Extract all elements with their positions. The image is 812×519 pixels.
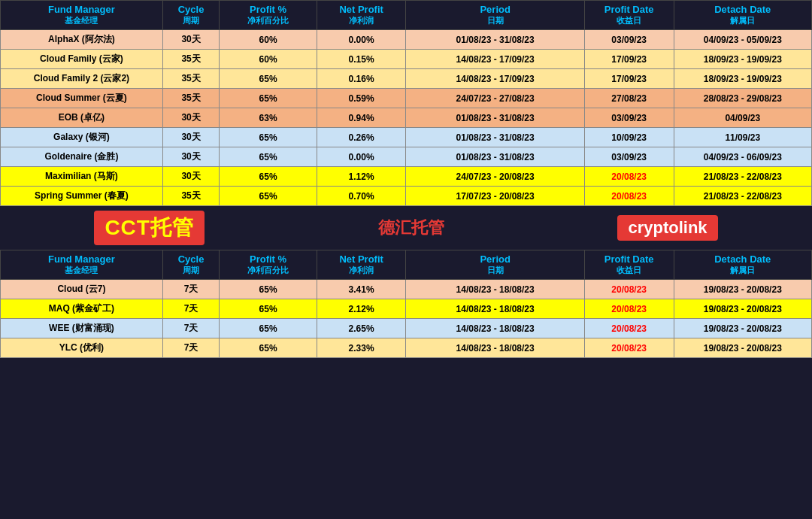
cell-profit: 65% <box>220 338 317 358</box>
cell-period: 14/08/23 - 18/08/23 <box>406 338 584 358</box>
cell-cycle: 35天 <box>162 89 220 108</box>
cell-fund: YLC (优利) <box>1 338 163 358</box>
table-row: Galaxy (银河) 30天 65% 0.26% 01/08/23 - 31/… <box>1 128 812 147</box>
cell-profit: 65% <box>220 147 317 167</box>
cell-cycle: 30天 <box>162 30 220 50</box>
cell-profit: 65% <box>220 69 317 89</box>
header-ddate: Detach Date 解属日 <box>674 1 811 30</box>
cell-cycle: 35天 <box>162 69 220 89</box>
cell-ddate: 21/08/23 - 22/08/23 <box>674 187 811 206</box>
cell-period: 01/08/23 - 31/08/23 <box>406 147 584 167</box>
cell-net: 1.12% <box>317 167 406 187</box>
cell-pdate: 10/09/23 <box>584 128 674 147</box>
cell-cycle: 30天 <box>162 167 220 187</box>
cell-profit: 65% <box>220 187 317 206</box>
header-period: Period 日期 <box>406 1 584 30</box>
table-row: AlphaX (阿尔法) 30天 60% 0.00% 01/08/23 - 31… <box>1 30 812 50</box>
cct-label: CCT托管 <box>94 211 205 245</box>
cell-cycle: 7天 <box>162 319 220 338</box>
cell-cycle: 35天 <box>162 50 220 69</box>
cell-cycle: 30天 <box>162 108 220 128</box>
table-row: Goldenaire (金胜) 30天 65% 0.00% 01/08/23 -… <box>1 147 812 167</box>
bottom-table-section: Fund Manager 基金经理 Cycle 周期 Profit % 净利百分… <box>0 250 812 358</box>
cell-cycle: 7天 <box>162 338 220 358</box>
header-profit: Profit % 净利百分比 <box>220 1 317 30</box>
cell-pdate: 27/08/23 <box>584 89 674 108</box>
table-row: Maximilian (马斯) 30天 65% 1.12% 24/07/23 -… <box>1 167 812 187</box>
table-row: WEE (财富涌现) 7天 65% 2.65% 14/08/23 - 18/08… <box>1 319 812 338</box>
cell-fund: Goldenaire (金胜) <box>1 147 163 167</box>
cell-ddate: 18/09/23 - 19/09/23 <box>674 50 811 69</box>
cell-net: 3.41% <box>317 280 406 299</box>
header-cycle: Cycle 周期 <box>162 1 220 30</box>
cell-pdate: 20/08/23 <box>584 319 674 338</box>
header2-cycle: Cycle 周期 <box>162 250 220 280</box>
dehui-label: 德汇托管 <box>378 217 444 239</box>
cell-pdate: 03/09/23 <box>584 147 674 167</box>
header2-ddate: Detach Date 解属日 <box>674 250 811 280</box>
table-row: EOB (卓亿) 30天 63% 0.94% 01/08/23 - 31/08/… <box>1 108 812 128</box>
cell-period: 01/08/23 - 31/08/23 <box>406 128 584 147</box>
header2-fund: Fund Manager 基金经理 <box>1 250 163 280</box>
cell-profit: 65% <box>220 319 317 338</box>
cell-fund: Cloud Family 2 (云家2) <box>1 69 163 89</box>
cell-fund: Cloud Family (云家) <box>1 50 163 69</box>
cell-fund: Galaxy (银河) <box>1 128 163 147</box>
cell-profit: 60% <box>220 30 317 50</box>
cell-fund: Cloud Summer (云夏) <box>1 89 163 108</box>
cell-net: 2.12% <box>317 299 406 319</box>
cell-fund: EOB (卓亿) <box>1 108 163 128</box>
cell-pdate: 20/08/23 <box>584 299 674 319</box>
cell-pdate: 20/08/23 <box>584 338 674 358</box>
cell-net: 0.00% <box>317 147 406 167</box>
section-divider: CCT托管 德汇托管 cryptolink <box>0 206 812 250</box>
cell-cycle: 7天 <box>162 299 220 319</box>
cell-period: 14/08/23 - 17/09/23 <box>406 50 584 69</box>
header2-profit: Profit % 净利百分比 <box>220 250 317 280</box>
table-row: Cloud Family (云家) 35天 60% 0.15% 14/08/23… <box>1 50 812 69</box>
table-row: Cloud Summer (云夏) 35天 65% 0.59% 24/07/23… <box>1 89 812 108</box>
cell-net: 0.70% <box>317 187 406 206</box>
cell-net: 0.15% <box>317 50 406 69</box>
cell-ddate: 19/08/23 - 20/08/23 <box>674 319 811 338</box>
cell-ddate: 19/08/23 - 20/08/23 <box>674 280 811 299</box>
cell-ddate: 19/08/23 - 20/08/23 <box>674 338 811 358</box>
cell-pdate: 20/08/23 <box>584 280 674 299</box>
cell-period: 14/08/23 - 18/08/23 <box>406 299 584 319</box>
cell-fund: Maximilian (马斯) <box>1 167 163 187</box>
cell-cycle: 30天 <box>162 128 220 147</box>
cell-profit: 65% <box>220 167 317 187</box>
table-row: Spring Summer (春夏) 35天 65% 0.70% 17/07/2… <box>1 187 812 206</box>
table-row: YLC (优利) 7天 65% 2.33% 14/08/23 - 18/08/2… <box>1 338 812 358</box>
cell-ddate: 11/09/23 <box>674 128 811 147</box>
table-row: Cloud (云7) 7天 65% 3.41% 14/08/23 - 18/08… <box>1 280 812 299</box>
cell-ddate: 19/08/23 - 20/08/23 <box>674 299 811 319</box>
crypto-label: cryptolink <box>617 215 717 241</box>
cell-pdate: 20/08/23 <box>584 167 674 187</box>
cell-profit: 60% <box>220 50 317 69</box>
cell-fund: MAQ (紫金矿工) <box>1 299 163 319</box>
cell-ddate: 04/09/23 - 06/09/23 <box>674 147 811 167</box>
cell-net: 2.33% <box>317 338 406 358</box>
header2-period: Period 日期 <box>406 250 584 280</box>
cell-ddate: 04/09/23 - 05/09/23 <box>674 30 811 50</box>
cell-period: 01/08/23 - 31/08/23 <box>406 108 584 128</box>
cell-fund: Cloud (云7) <box>1 280 163 299</box>
cell-fund: AlphaX (阿尔法) <box>1 30 163 50</box>
cell-profit: 65% <box>220 89 317 108</box>
top-table-section: Fund Manager 基金经理 Cycle 周期 Profit % 净利百分… <box>0 0 812 206</box>
cell-cycle: 35天 <box>162 187 220 206</box>
bottom-table: Fund Manager 基金经理 Cycle 周期 Profit % 净利百分… <box>0 250 812 358</box>
cell-period: 24/07/23 - 27/08/23 <box>406 89 584 108</box>
cell-pdate: 20/08/23 <box>584 187 674 206</box>
cell-pdate: 03/09/23 <box>584 108 674 128</box>
table-row: Cloud Family 2 (云家2) 35天 65% 0.16% 14/08… <box>1 69 812 89</box>
cell-net: 0.00% <box>317 30 406 50</box>
cell-net: 0.59% <box>317 89 406 108</box>
cell-pdate: 03/09/23 <box>584 30 674 50</box>
top-table: Fund Manager 基金经理 Cycle 周期 Profit % 净利百分… <box>0 0 812 206</box>
cell-profit: 65% <box>220 128 317 147</box>
cell-net: 0.26% <box>317 128 406 147</box>
cell-profit: 63% <box>220 108 317 128</box>
cell-net: 0.94% <box>317 108 406 128</box>
